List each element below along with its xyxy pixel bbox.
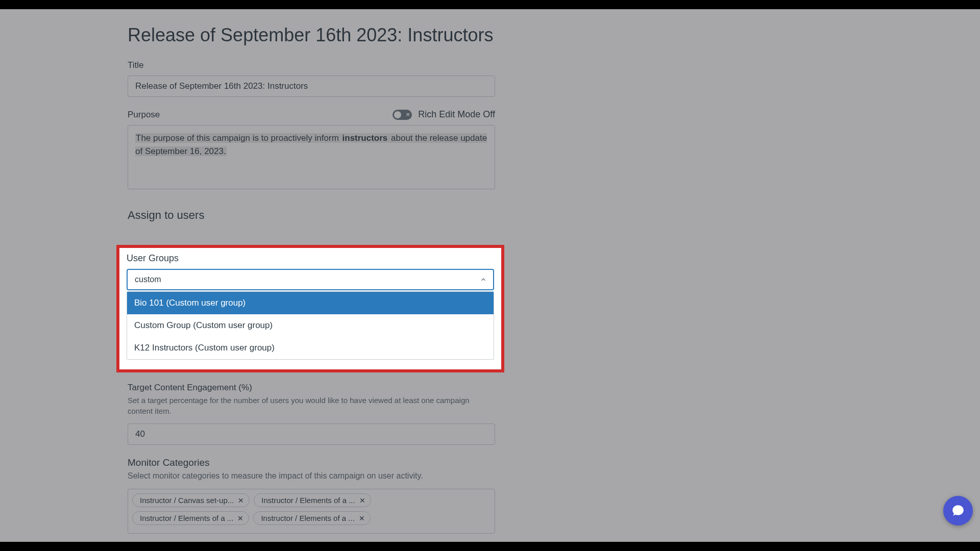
purpose-content: The purpose of this campaign is to proac… — [135, 133, 487, 156]
user-groups-label: User Groups — [127, 253, 494, 264]
title-label: Title — [128, 60, 495, 70]
close-icon[interactable]: ✕ — [359, 514, 365, 522]
tag-label: Instructor / Elements of a ... — [261, 514, 354, 522]
purpose-textarea[interactable]: The purpose of this campaign is to proac… — [128, 125, 495, 189]
purpose-row: Purpose ✕ Rich Edit Mode Off — [128, 109, 495, 120]
close-icon[interactable]: ✕ — [238, 496, 244, 505]
letterbox-bottom — [0, 542, 980, 551]
monitor-tags-container[interactable]: Instructor / Canvas set-up... ✕ Instruct… — [128, 489, 495, 534]
user-groups-option[interactable]: K12 Instructors (Custom user group) — [127, 337, 494, 359]
user-groups-input-wrap — [127, 269, 494, 290]
user-groups-dropdown: Bio 101 (Custom user group) Custom Group… — [127, 291, 494, 360]
title-input[interactable] — [128, 76, 495, 97]
engagement-label: Target Content Engagement (%) — [128, 383, 495, 393]
monitor-tag[interactable]: Instructor / Elements of a ... ✕ — [253, 511, 370, 525]
tag-label: Instructor / Elements of a ... — [261, 496, 355, 505]
purpose-label: Purpose — [128, 110, 160, 120]
rich-edit-toggle[interactable]: ✕ — [393, 110, 412, 120]
monitor-tag[interactable]: Instructor / Elements of a ... ✕ — [132, 511, 249, 525]
assign-heading: Assign to users — [128, 209, 495, 222]
letterbox-top — [0, 0, 980, 9]
monitor-help: Select monitor categories to measure the… — [128, 470, 495, 482]
purpose-text-bold: instructors — [342, 133, 388, 143]
help-fab[interactable] — [943, 496, 973, 525]
monitor-tag[interactable]: Instructor / Elements of a ... ✕ — [254, 493, 371, 507]
engagement-input[interactable] — [128, 423, 495, 445]
user-groups-highlight-box: User Groups Bio 101 (Custom user group) … — [116, 245, 504, 372]
toggle-knob-icon — [394, 111, 401, 118]
tag-label: Instructor / Canvas set-up... — [140, 496, 234, 505]
engagement-help: Set a target percentage for the number o… — [128, 395, 495, 416]
user-groups-option[interactable]: Bio 101 (Custom user group) — [127, 292, 494, 314]
monitor-heading: Monitor Categories — [128, 457, 495, 468]
purpose-text-part1: The purpose of this campaign is to proac… — [135, 133, 342, 143]
tag-label: Instructor / Elements of a ... — [140, 514, 233, 522]
chevron-up-icon[interactable] — [480, 276, 487, 283]
user-groups-input[interactable] — [127, 269, 494, 290]
rich-edit-toggle-container: ✕ Rich Edit Mode Off — [393, 109, 495, 120]
chat-icon — [951, 504, 965, 517]
page-title: Release of September 16th 2023: Instruct… — [128, 24, 495, 46]
close-icon[interactable]: ✕ — [359, 496, 365, 505]
rich-edit-toggle-label: Rich Edit Mode Off — [418, 109, 495, 120]
close-icon[interactable]: ✕ — [237, 514, 243, 522]
toggle-off-icon: ✕ — [406, 112, 410, 117]
monitor-tag[interactable]: Instructor / Canvas set-up... ✕ — [132, 493, 250, 507]
user-groups-option[interactable]: Custom Group (Custom user group) — [127, 314, 494, 337]
